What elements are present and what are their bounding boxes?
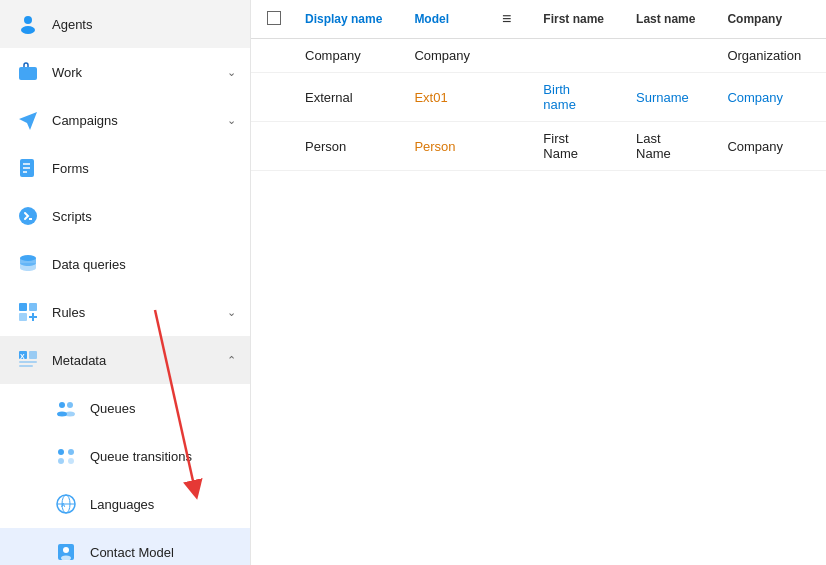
- cell-filter: [486, 122, 527, 171]
- sidebar-item-agents[interactable]: Agents: [0, 0, 250, 48]
- svg-rect-15: [29, 351, 37, 359]
- col-extra[interactable]: D: [817, 0, 826, 39]
- sidebar-item-rules-label: Rules: [52, 305, 227, 320]
- work-chevron: ⌄: [227, 66, 236, 79]
- cell-display-name: Company: [289, 39, 398, 73]
- sidebar-item-queues[interactable]: Queues: [0, 384, 250, 432]
- svg-point-24: [58, 458, 64, 464]
- contact-model-icon: [52, 538, 80, 565]
- agents-icon: [14, 10, 42, 38]
- sidebar-item-queues-label: Queues: [90, 401, 136, 416]
- sidebar: Agents Work ⌄ Campaigns ⌄: [0, 0, 251, 565]
- svg-rect-12: [19, 313, 27, 321]
- svg-point-18: [59, 402, 65, 408]
- queues-icon: [52, 394, 80, 422]
- cell-first-name: First Name: [527, 122, 620, 171]
- svg-point-23: [68, 449, 74, 455]
- row-checkbox[interactable]: [251, 122, 289, 171]
- select-all-checkbox[interactable]: [267, 11, 281, 25]
- sidebar-item-data-queries[interactable]: Data queries: [0, 240, 250, 288]
- svg-point-19: [67, 402, 73, 408]
- col-last-name: Last name: [620, 0, 711, 39]
- campaigns-icon: [14, 106, 42, 134]
- sidebar-item-campaigns[interactable]: Campaigns ⌄: [0, 96, 250, 144]
- sidebar-item-forms-label: Forms: [52, 161, 236, 176]
- cell-first-name: [527, 39, 620, 73]
- sidebar-item-queue-transitions[interactable]: Queue transitions: [0, 432, 250, 480]
- rules-icon: [14, 298, 42, 326]
- contact-model-table: Display name Model ≡ First name Last nam…: [251, 0, 826, 171]
- cell-model: Person: [398, 122, 486, 171]
- table-container: Display name Model ≡ First name Last nam…: [251, 0, 826, 565]
- sidebar-item-campaigns-label: Campaigns: [52, 113, 227, 128]
- col-first-name: First name: [527, 0, 620, 39]
- metadata-icon: X: [14, 346, 42, 374]
- svg-rect-11: [29, 303, 37, 311]
- cell-last-name: Surname: [620, 73, 711, 122]
- sidebar-item-languages-label: Languages: [90, 497, 154, 512]
- svg-point-21: [65, 412, 75, 417]
- svg-point-32: [61, 556, 71, 561]
- svg-point-25: [68, 458, 74, 464]
- sidebar-item-languages[interactable]: A Languages: [0, 480, 250, 528]
- col-filter-icon[interactable]: ≡: [486, 0, 527, 39]
- cell-company: Organization: [711, 39, 817, 73]
- cell-extra: [817, 73, 826, 122]
- sidebar-item-scripts-label: Scripts: [52, 209, 236, 224]
- table-header-checkbox[interactable]: [251, 0, 289, 39]
- sidebar-item-work[interactable]: Work ⌄: [0, 48, 250, 96]
- svg-point-31: [63, 547, 69, 553]
- col-display-name[interactable]: Display name: [289, 0, 398, 39]
- svg-rect-10: [19, 303, 27, 311]
- metadata-chevron: ⌃: [227, 354, 236, 367]
- col-company: Company: [711, 0, 817, 39]
- cell-extra: [817, 122, 826, 171]
- row-checkbox[interactable]: [251, 73, 289, 122]
- main-content: Display name Model ≡ First name Last nam…: [251, 0, 826, 565]
- svg-rect-16: [19, 361, 37, 363]
- sidebar-nav: Agents Work ⌄ Campaigns ⌄: [0, 0, 251, 565]
- svg-rect-2: [19, 67, 37, 80]
- sidebar-item-agents-label: Agents: [52, 17, 236, 32]
- sidebar-item-forms[interactable]: Forms: [0, 144, 250, 192]
- table-row[interactable]: Company Company Organization: [251, 39, 826, 73]
- work-icon: [14, 58, 42, 86]
- scripts-icon: [14, 202, 42, 230]
- forms-icon: [14, 154, 42, 182]
- queue-transitions-icon: [52, 442, 80, 470]
- sidebar-item-metadata[interactable]: X Metadata ⌃: [0, 336, 250, 384]
- cell-display-name: External: [289, 73, 398, 122]
- sidebar-item-work-label: Work: [52, 65, 227, 80]
- col-model[interactable]: Model: [398, 0, 486, 39]
- svg-point-22: [58, 449, 64, 455]
- cell-company: Company: [711, 73, 817, 122]
- cell-model: Company: [398, 39, 486, 73]
- campaigns-chevron: ⌄: [227, 114, 236, 127]
- svg-rect-17: [19, 365, 33, 367]
- languages-icon: A: [52, 490, 80, 518]
- rules-chevron: ⌄: [227, 306, 236, 319]
- cell-extra: [817, 39, 826, 73]
- svg-point-1: [21, 26, 35, 34]
- sidebar-item-contact-model-label: Contact Model: [90, 545, 174, 560]
- sidebar-item-rules[interactable]: Rules ⌄: [0, 288, 250, 336]
- cell-first-name: Birth name: [527, 73, 620, 122]
- table-row[interactable]: Person Person First Name Last Name Compa…: [251, 122, 826, 171]
- data-queries-icon: [14, 250, 42, 278]
- table-row[interactable]: External Ext01 Birth name Surname Compan…: [251, 73, 826, 122]
- sidebar-item-contact-model[interactable]: Contact Model: [0, 528, 250, 565]
- svg-text:X: X: [20, 353, 25, 360]
- cell-filter: [486, 73, 527, 122]
- sidebar-item-data-queries-label: Data queries: [52, 257, 236, 272]
- cell-model: Ext01: [398, 73, 486, 122]
- sidebar-item-scripts[interactable]: Scripts: [0, 192, 250, 240]
- svg-point-0: [24, 16, 32, 24]
- cell-company: Company: [711, 122, 817, 171]
- cell-display-name: Person: [289, 122, 398, 171]
- sidebar-item-queue-transitions-label: Queue transitions: [90, 449, 192, 464]
- svg-text:A: A: [61, 502, 66, 508]
- row-checkbox[interactable]: [251, 39, 289, 73]
- cell-last-name: Last Name: [620, 122, 711, 171]
- cell-filter: [486, 39, 527, 73]
- sidebar-item-metadata-label: Metadata: [52, 353, 227, 368]
